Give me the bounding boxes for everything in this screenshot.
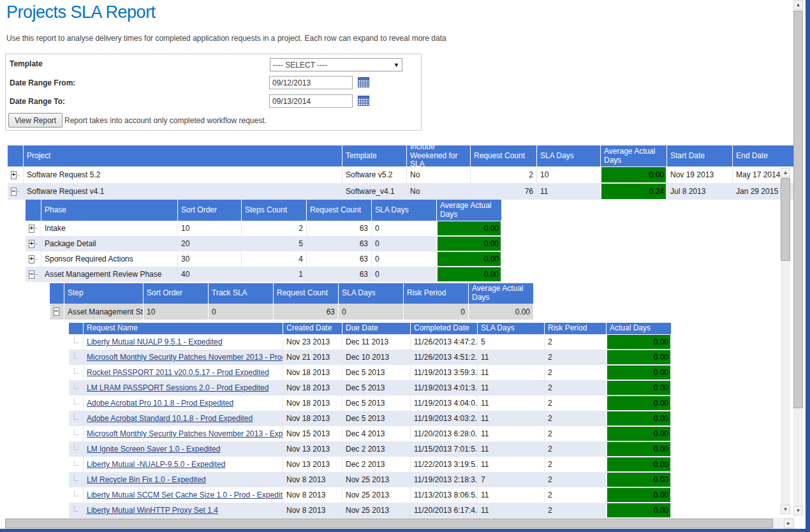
table-cell: 40 <box>177 267 241 282</box>
scroll-up-icon[interactable]: ▲ <box>781 168 790 177</box>
tree-line <box>35 258 38 260</box>
grid-scrollbar-thumb[interactable] <box>781 178 790 261</box>
date-from-input[interactable] <box>269 76 353 89</box>
request-link[interactable]: LM Ignite Screen Saver 1.0 - Expedited <box>87 445 220 454</box>
column-header: Request Count <box>470 145 536 166</box>
table-cell: 76 <box>470 183 536 200</box>
scroll-down-icon[interactable]: ▼ <box>781 505 790 514</box>
collapse-minus-icon[interactable]: − <box>29 270 34 279</box>
request-link[interactable]: Microsoft Monthly Security Patches Novem… <box>87 429 283 438</box>
table-cell: Dec 5 2013 <box>342 365 410 380</box>
date-from-calendar-button[interactable] <box>357 77 369 88</box>
request-link[interactable]: LM Recycle Bin Fix 1.0 - Expedited <box>87 475 206 484</box>
table-cell: 11/19/2013 2:18:3... <box>410 472 477 487</box>
table-cell: Rocket PASSPORT 2011 v20.0.5.17 - Prod E… <box>83 365 283 380</box>
table-cell <box>69 457 83 472</box>
table-cell: 63 <box>273 304 338 320</box>
table-row: +Package Detail2056300.00 <box>26 236 501 251</box>
table-row: Liberty Mutual -NUALP-9.5.0 - ExpeditedN… <box>69 457 671 472</box>
table-cell: 2 <box>544 426 606 441</box>
table-cell: Nov 13 2013 <box>283 457 342 472</box>
expand-plus-icon[interactable]: + <box>29 255 34 263</box>
page-scrollbar-thumb[interactable] <box>793 11 803 408</box>
grid-vertical-scrollbar[interactable]: ▲ ▼ <box>781 168 790 514</box>
collapse-minus-icon[interactable]: − <box>54 307 59 316</box>
table-cell: 5 <box>241 236 306 251</box>
chevron-down-icon: ▼ <box>394 62 399 68</box>
request-link[interactable]: Liberty Mutual NUALP 9.5.1 - Expedited <box>87 337 223 346</box>
tree-line <box>17 191 20 192</box>
tree-leaf-icon <box>74 460 78 466</box>
table-cell: + <box>26 236 41 251</box>
request-link[interactable]: Microsoft Monthly Security Patches Novem… <box>87 353 283 362</box>
request-link[interactable]: Liberty Mutual SCCM Set Cache Size 1.0 -… <box>87 491 283 499</box>
collapse-minus-icon[interactable]: − <box>11 188 17 196</box>
table-cell: Dec 5 2013 <box>342 380 410 395</box>
table-cell: 11 <box>477 411 544 426</box>
request-link[interactable]: LM LRAM PASSPORT Sessions 2.0 - Prod Exp… <box>87 383 269 392</box>
table-row: Adobe Acrobat Standard 10.1.8 - Prod Exp… <box>69 411 671 426</box>
steps-table: StepSort OrderTrack SLARequest CountSLA … <box>50 283 533 320</box>
tree-leaf-icon <box>74 506 78 512</box>
table-cell: Dec 5 2013 <box>342 411 410 426</box>
template-select[interactable]: ---- SELECT ---- ▼ <box>270 58 402 71</box>
table-cell: 63 <box>306 236 371 251</box>
column-header: Sort Order <box>143 283 208 304</box>
horizontal-scrollbar[interactable]: ► <box>5 518 795 529</box>
calendar-icon <box>358 77 369 87</box>
sla-green-value: 0.00 <box>607 381 670 395</box>
table-cell: 0.00 <box>468 304 533 320</box>
table-cell: 2 <box>544 365 606 380</box>
sla-green-value: 0.00 <box>438 267 501 281</box>
tree-leaf-icon <box>74 353 78 358</box>
expand-plus-icon[interactable]: + <box>29 225 34 233</box>
table-cell: 30 <box>177 251 241 267</box>
table-row: −Asset Management Review Phase4016300.00 <box>26 267 501 282</box>
page-vertical-scrollbar[interactable]: ▲ ▼ <box>793 0 803 515</box>
date-to-calendar-button[interactable] <box>357 96 369 107</box>
date-from-label: Date Range From: <box>10 78 75 87</box>
tree-line <box>35 274 38 275</box>
column-header <box>8 145 23 166</box>
table-cell: 0.00 <box>606 334 671 350</box>
expand-plus-icon[interactable]: + <box>11 171 17 179</box>
sla-green-value: 0.00 <box>438 237 501 251</box>
table-cell: Intake <box>41 221 177 236</box>
tree-line <box>17 174 20 175</box>
table-cell <box>69 503 83 518</box>
request-link[interactable]: Adobe Acrobat Standard 10.1.8 - Prod Exp… <box>87 414 253 423</box>
table-cell: Dec 11 2013 <box>342 334 410 350</box>
table-row: Microsoft Monthly Security Patches Novem… <box>69 426 671 441</box>
table-cell: Liberty Mutual NUALP 9.5.1 - Expedited <box>83 334 283 350</box>
table-cell: Nov 19 2013 <box>666 166 732 183</box>
table-cell: Asset Management Step <box>64 304 143 320</box>
table-cell: 10 <box>143 304 208 320</box>
request-link[interactable]: Liberty Mutual -NUALP-9.5.0 - Expedited <box>87 460 225 469</box>
view-report-button[interactable]: View Report <box>8 113 63 128</box>
sla-green-value: 0.00 <box>607 457 670 471</box>
table-cell: 2 <box>544 457 606 472</box>
table-cell: 2 <box>544 380 606 395</box>
date-to-input[interactable] <box>269 94 353 108</box>
column-header: Request Count <box>273 283 338 304</box>
scroll-right-icon[interactable]: ► <box>784 519 793 528</box>
table-cell: + <box>8 166 23 183</box>
column-header: SLA Days <box>371 200 436 221</box>
scroll-down-icon[interactable]: ▼ <box>793 506 803 515</box>
table-cell: 4 <box>241 251 306 267</box>
horizontal-scrollbar-thumb[interactable] <box>5 519 773 528</box>
table-cell: Dec 10 2013 <box>342 350 410 365</box>
table-cell: Liberty Mutual WinHTTP Proxy Set 1.4 <box>83 503 283 518</box>
request-link[interactable]: Adobe Acrobat Pro 10.1.8 - Prod Expedite… <box>87 399 233 408</box>
table-cell: Nov 18 2013 <box>283 365 342 380</box>
table-cell: Jul 8 2013 <box>666 183 732 200</box>
expand-plus-icon[interactable]: + <box>29 240 34 248</box>
table-cell: 0.00 <box>606 395 671 411</box>
table-cell: Dec 2 2013 <box>342 441 410 457</box>
request-link[interactable]: Liberty Mutual WinHTTP Proxy Set 1.4 <box>87 506 218 515</box>
table-row: LM LRAM PASSPORT Sessions 2.0 - Prod Exp… <box>69 380 671 395</box>
column-header: Request Count <box>306 200 371 221</box>
scroll-up-icon[interactable]: ▲ <box>793 0 803 10</box>
request-link[interactable]: Rocket PASSPORT 2011 v20.0.5.17 - Prod E… <box>87 368 269 377</box>
tree-leaf-icon <box>74 429 78 435</box>
